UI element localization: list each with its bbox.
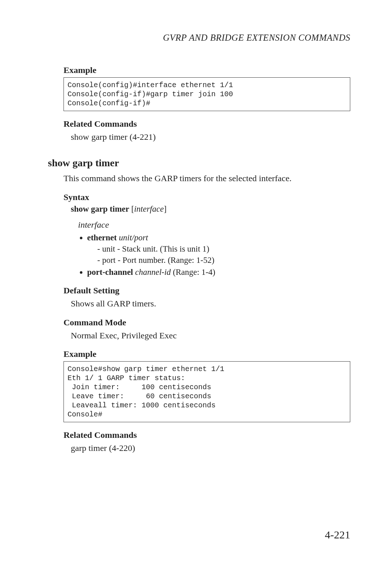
bullet-ethernet: ethernet unit/port - unit - Stack unit. … bbox=[87, 232, 350, 266]
syntax-bracket-close: ] bbox=[164, 204, 167, 213]
syntax-heading: Syntax bbox=[64, 192, 350, 202]
example-heading-1: Example bbox=[64, 65, 350, 75]
ethernet-keyword: ethernet bbox=[87, 233, 117, 242]
command-title: show garp timer bbox=[48, 157, 350, 169]
example-heading-2: Example bbox=[64, 349, 350, 359]
syntax-bullets: ethernet unit/port - unit - Stack unit. … bbox=[87, 232, 350, 278]
code-block-2: Console#show garp timer ethernet 1/1 Eth… bbox=[64, 361, 350, 422]
unit-line: - unit - Stack unit. (This is unit 1) bbox=[97, 243, 350, 255]
syntax-arg: interface bbox=[134, 204, 164, 213]
port-channel-keyword: port-channel bbox=[87, 268, 133, 277]
port-channel-range: (Range: 1-4) bbox=[171, 268, 216, 277]
mode-heading: Command Mode bbox=[64, 318, 350, 327]
default-heading: Default Setting bbox=[64, 286, 350, 296]
page: GVRP AND BRIDGE EXTENSION COMMANDS Examp… bbox=[0, 0, 392, 454]
running-header: GVRP AND BRIDGE EXTENSION COMMANDS bbox=[42, 33, 350, 43]
code-block-1: Console(config)#interface ethernet 1/1 C… bbox=[64, 77, 350, 111]
related-text-1: show garp timer (4-221) bbox=[71, 131, 350, 143]
bullet-port-channel: port-channel channel-id (Range: 1-4) bbox=[87, 266, 350, 278]
header-text: GVRP AND BRIDGE EXTENSION COMMANDS bbox=[163, 33, 350, 42]
interface-label: interface bbox=[78, 219, 350, 231]
mode-text: Normal Exec, Privileged Exec bbox=[71, 330, 350, 341]
content-area: Example Console(config)#interface ethern… bbox=[64, 65, 350, 454]
syntax-bracket-open: [ bbox=[129, 204, 134, 213]
command-description: This command shows the GARP timers for t… bbox=[64, 172, 350, 184]
ethernet-arg: unit/port bbox=[117, 233, 148, 242]
default-text: Shows all GARP timers. bbox=[71, 298, 350, 309]
port-channel-arg: channel-id bbox=[133, 268, 171, 277]
page-number: 4-221 bbox=[325, 529, 350, 541]
port-line: - port - Port number. (Range: 1-52) bbox=[97, 255, 350, 266]
related-heading-2: Related Commands bbox=[64, 430, 350, 440]
related-text-2: garp timer (4-220) bbox=[71, 442, 350, 454]
syntax-line: show garp timer [interface] bbox=[71, 204, 350, 214]
related-heading-1: Related Commands bbox=[64, 119, 350, 129]
syntax-command: show garp timer bbox=[71, 204, 129, 213]
